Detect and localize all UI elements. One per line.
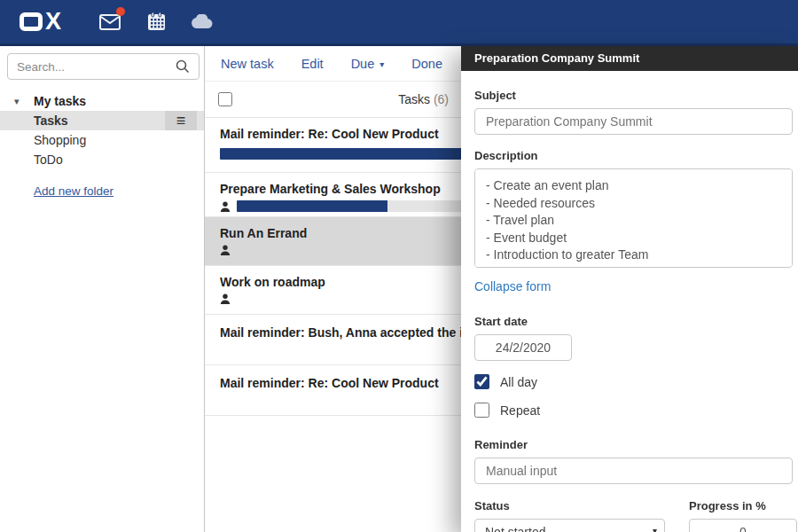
list-count: (6): [434, 92, 449, 106]
person-icon: [220, 201, 231, 212]
progress-bar: [220, 148, 462, 160]
start-date-field[interactable]: [474, 334, 572, 361]
mail-icon[interactable]: [98, 11, 121, 34]
collapse-form-link[interactable]: Collapse form: [474, 279, 551, 293]
status-label: Status: [474, 499, 665, 512]
window-title-bar[interactable]: Preparation Company Summit: [461, 46, 798, 71]
window-title: Preparation Company Summit: [474, 51, 639, 65]
folder-context-menu-icon[interactable]: ≡: [165, 111, 197, 130]
done-button[interactable]: Done: [411, 57, 442, 71]
description-field[interactable]: - Create an event plan - Needed resource…: [474, 168, 793, 268]
start-date-label: Start date: [474, 315, 798, 328]
all-day-checkbox[interactable]: [474, 374, 489, 389]
chevron-down-icon[interactable]: ▾: [14, 96, 34, 107]
task-row[interactable]: Mail reminder: Bush, Anna accepted the i…: [205, 315, 462, 365]
new-task-button[interactable]: New task: [221, 57, 274, 71]
root-folder-label: My tasks: [34, 94, 86, 108]
search-input[interactable]: [7, 53, 200, 80]
sidebar-item-shopping[interactable]: Shopping: [0, 130, 204, 150]
logo-x-letter: X: [45, 12, 61, 31]
due-dropdown-button[interactable]: Due ▾: [351, 57, 385, 71]
sidebar-root-my-tasks[interactable]: ▾ My tasks: [0, 91, 204, 111]
description-label: Description: [474, 149, 798, 162]
logo-o-shape: [20, 12, 43, 31]
task-row[interactable]: Mail reminder: Re: Cool New Product: [205, 118, 462, 173]
task-edit-window: Preparation Company Summit Subject Descr…: [461, 46, 798, 532]
sidebar-item-tasks[interactable]: Tasks ≡: [0, 111, 204, 130]
subject-label: Subject: [474, 89, 798, 102]
folder-sidebar: ▾ My tasks Tasks ≡ Shopping ToDo Add new…: [0, 46, 204, 532]
ox-logo[interactable]: X: [20, 12, 61, 31]
task-row[interactable]: Prepare Marketing & Sales Workshop: [205, 173, 462, 217]
folder-label: Tasks: [34, 113, 68, 128]
select-all-checkbox[interactable]: [218, 92, 232, 106]
reminder-field[interactable]: [474, 458, 793, 484]
repeat-row: Repeat: [474, 403, 798, 418]
folder-label: ToDo: [34, 153, 63, 167]
repeat-checkbox[interactable]: [474, 403, 489, 418]
progress-bar: [237, 200, 462, 212]
list-title: Tasks (6): [398, 92, 449, 106]
task-row-selected[interactable]: Run An Errand: [205, 217, 462, 266]
repeat-label: Repeat: [500, 403, 540, 418]
folder-label: Shopping: [34, 133, 86, 147]
task-row[interactable]: Work on roadmap: [205, 266, 462, 315]
person-icon: [220, 245, 231, 255]
edit-button[interactable]: Edit: [301, 57, 324, 71]
status-select[interactable]: Not started: [474, 519, 665, 532]
reminder-label: Reminder: [474, 438, 798, 451]
hamburger-icon: ≡: [176, 112, 186, 130]
progress-label: Progress in %: [689, 499, 797, 512]
chevron-down-icon: ▾: [379, 59, 384, 69]
progress-field[interactable]: [689, 519, 797, 532]
cloud-icon[interactable]: [191, 11, 214, 34]
top-bar: X: [0, 0, 798, 46]
search-icon[interactable]: [176, 59, 190, 74]
task-row[interactable]: Mail reminder: Re: Cool New Product: [205, 365, 462, 416]
all-day-row: All day: [474, 374, 798, 389]
calendar-icon[interactable]: [145, 11, 168, 34]
add-new-folder-link[interactable]: Add new folder: [34, 184, 113, 198]
all-day-label: All day: [500, 375, 537, 389]
notification-dot: [116, 7, 125, 16]
sidebar-item-todo[interactable]: ToDo: [0, 150, 204, 169]
person-icon: [220, 293, 231, 304]
list-header: Tasks (6): [205, 82, 462, 118]
subject-field[interactable]: [474, 108, 793, 135]
